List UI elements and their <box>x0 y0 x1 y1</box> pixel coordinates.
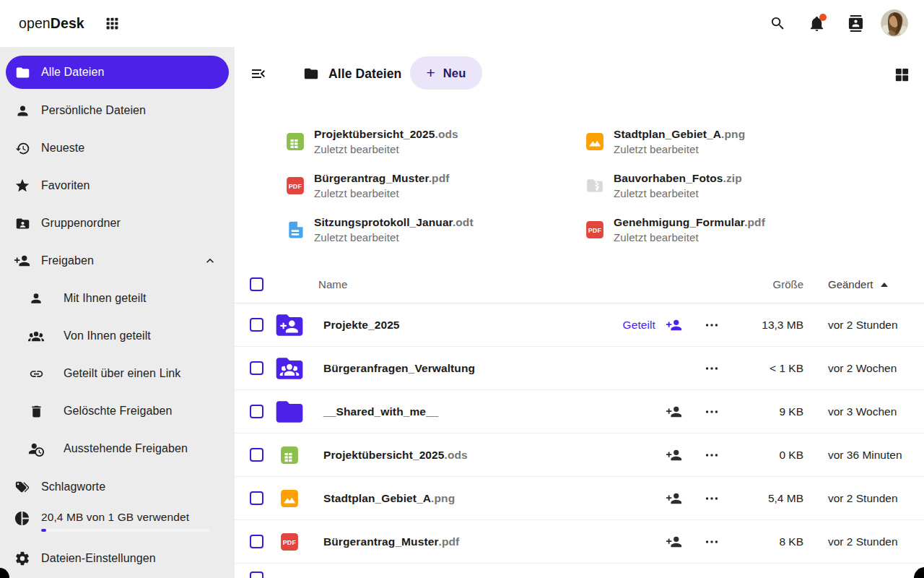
table-row[interactable] <box>235 564 924 578</box>
sidebar-item-dateien-einstellungen[interactable]: Dateien-Einstellungen <box>6 543 229 574</box>
row-checkbox[interactable] <box>250 448 263 462</box>
recent-file[interactable]: Genehmigung_Formular.pdf Zuletzt bearbei… <box>585 207 885 251</box>
sidebar-item-von-ihnen-geteilt[interactable]: Von Ihnen geteilt <box>6 320 229 352</box>
row-actions-menu[interactable] <box>703 316 720 334</box>
row-actions-menu[interactable] <box>703 533 720 551</box>
sidebar-item-ausstehende-freigaben[interactable]: Ausstehende Freigaben <box>6 433 229 465</box>
quota-progress-fill <box>41 529 46 532</box>
sidebar-item-label: Mit Ihnen geteilt <box>64 292 147 305</box>
row-actions-menu[interactable] <box>703 490 720 507</box>
account-icon <box>27 290 45 307</box>
recent-file[interactable]: Sitzungsprotokoll_Januar.odt Zuletzt bea… <box>286 207 585 251</box>
sidebar-item-persoenliche-dateien[interactable]: Persönliche Dateien <box>6 95 229 126</box>
recent-file[interactable]: Stadtplan_Gebiet_A.png Zuletzt bearbeite… <box>585 119 885 163</box>
sidebar-item-label: Neueste <box>41 142 84 155</box>
file-subtitle: Zuletzt bearbeitet <box>314 231 474 243</box>
chevron-up-icon[interactable] <box>201 252 219 269</box>
gear-icon <box>14 550 31 567</box>
row-checkbox[interactable] <box>250 405 263 418</box>
share-icon <box>666 317 682 333</box>
pdf-file-icon <box>274 520 305 564</box>
table-row[interactable]: Bürgeranfragen_Verwaltung < 1 KB vor 2 W… <box>235 347 924 390</box>
row-actions-menu[interactable] <box>703 360 720 377</box>
sidebar-item-label: Alle Dateien <box>41 66 104 79</box>
table-row[interactable]: Projektübersicht_2025.ods 0 KB vor 36 Mi… <box>235 434 924 477</box>
row-checkbox[interactable] <box>250 318 263 332</box>
file-ext: .odt <box>453 216 474 228</box>
plus-icon: + <box>426 65 435 80</box>
row-actions-menu[interactable] <box>703 447 720 464</box>
recent-file[interactable]: Projektübersicht_2025.ods Zuletzt bearbe… <box>286 119 585 163</box>
row-checkbox[interactable] <box>250 491 263 505</box>
sidebar-item-label: Schlagworte <box>41 480 105 493</box>
quota-indicator[interactable]: 20,4 MB von 1 GB verwendet <box>6 509 229 532</box>
quota-label: 20,4 MB von 1 GB verwendet <box>41 509 219 526</box>
shared-status[interactable]: Geteilt <box>596 303 682 347</box>
new-button-label: Neu <box>443 66 466 80</box>
tags-icon <box>14 478 31 496</box>
opendesk-logo[interactable]: openDesk <box>19 0 84 47</box>
new-button[interactable]: + Neu <box>410 56 482 90</box>
row-checkbox[interactable] <box>250 361 263 375</box>
share-icon <box>666 491 682 506</box>
shared-status[interactable] <box>596 390 682 434</box>
sidebar-item-geteilt-ueber-link[interactable]: Geteilt über einen Link <box>6 358 229 389</box>
account-clock-icon <box>27 440 45 457</box>
sidebar-item-freigaben[interactable]: Freigaben <box>6 245 229 277</box>
image-file-icon <box>585 132 604 151</box>
shared-status[interactable] <box>596 477 682 520</box>
row-checkbox[interactable] <box>250 571 263 578</box>
sidebar-item-label: Gelöschte Freigaben <box>64 405 172 418</box>
row-checkbox[interactable] <box>250 535 263 548</box>
spreadsheet-file-icon <box>286 132 305 151</box>
sidebar-item-alle-dateien[interactable]: Alle Dateien <box>6 56 229 89</box>
account-group-icon <box>27 327 45 345</box>
search-button[interactable] <box>763 0 792 47</box>
file-size: 9 KB <box>733 390 803 434</box>
folder-icon <box>303 66 319 82</box>
table-row[interactable]: Stadtplan_Gebiet_A.png 5,4 MB vor 2 Stun… <box>235 477 924 520</box>
grid-view-toggle[interactable] <box>892 64 912 85</box>
quota-progressbar <box>41 529 209 532</box>
folder-account-icon <box>14 215 31 232</box>
collapse-sidebar-button[interactable] <box>249 64 268 83</box>
sidebar-item-label: Von Ihnen geteilt <box>64 329 151 342</box>
table-row[interactable]: __Shared_with_me__ 9 KB vor 3 Wochen <box>235 390 924 434</box>
sidebar-item-schlagworte[interactable]: Schlagworte <box>6 471 229 503</box>
share-icon <box>666 534 682 550</box>
column-header-size[interactable]: Größe <box>733 278 803 290</box>
sidebar-item-neueste[interactable]: Neueste <box>6 132 229 164</box>
select-all-checkbox[interactable] <box>250 277 263 291</box>
file-subtitle: Zuletzt bearbeitet <box>614 187 742 199</box>
file-size: 0 KB <box>733 434 803 477</box>
table-row[interactable]: Projekte_2025 Geteilt 13,3 MB vor 2 Stun… <box>235 303 924 347</box>
sidebar-item-favoriten[interactable]: Favoriten <box>6 170 229 202</box>
notifications-button[interactable] <box>802 0 831 47</box>
recent-file[interactable]: Bürgerantrag_Muster.pdf Zuletzt bearbeit… <box>286 163 585 207</box>
shared-status[interactable] <box>596 434 682 477</box>
contacts-button[interactable] <box>841 0 870 47</box>
file-subtitle: Zuletzt bearbeitet <box>614 143 745 155</box>
sidebar-item-geloeschte-freigaben[interactable]: Gelöschte Freigaben <box>6 395 229 427</box>
user-avatar[interactable] <box>881 9 908 37</box>
sidebar-item-gruppenordner[interactable]: Gruppenordner <box>6 207 229 239</box>
table-row[interactable]: Bürgerantrag_Muster.pdf 8 KB vor 2 Stund… <box>235 520 924 564</box>
folder-icon <box>14 64 31 81</box>
column-header-name[interactable]: Name <box>318 278 347 290</box>
shared-status[interactable] <box>596 520 682 564</box>
sidebar: Alle Dateien Persönliche Dateien Neueste… <box>0 47 235 578</box>
sidebar-item-mit-ihnen-geteilt[interactable]: Mit Ihnen geteilt <box>6 282 229 314</box>
app-launcher-button[interactable] <box>97 0 126 47</box>
file-modified: vor 2 Stunden <box>828 477 898 520</box>
zip-file-icon <box>585 176 604 195</box>
file-ext: .pdf <box>439 535 460 548</box>
file-name: Bürgeranfragen_Verwaltung <box>323 362 475 375</box>
sort-ascending-icon <box>881 282 888 287</box>
column-header-modified[interactable]: Geändert <box>828 278 888 290</box>
file-ext: .png <box>721 128 745 140</box>
pdf-file-icon <box>585 220 604 239</box>
account-plus-icon <box>14 252 31 269</box>
row-actions-menu[interactable] <box>703 403 720 420</box>
recent-file[interactable]: Bauvorhaben_Fotos.zip Zuletzt bearbeitet <box>585 163 885 207</box>
account-icon <box>14 102 31 119</box>
